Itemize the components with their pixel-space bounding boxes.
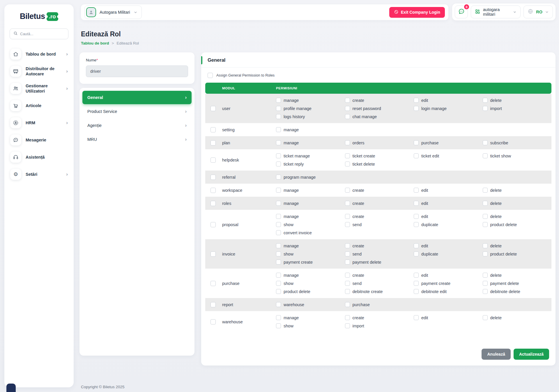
perm-proposal-convert-invoice-checkbox[interactable] <box>276 230 281 235</box>
perm-roles-manage-checkbox[interactable] <box>276 201 281 206</box>
perm-helpdesk-ticket-manage-checkbox[interactable] <box>276 153 281 158</box>
perm-helpdesk-ticket-edit-checkbox[interactable] <box>414 153 419 158</box>
perm-purchase-create-checkbox[interactable] <box>345 273 350 278</box>
perm-workspace-create-checkbox[interactable] <box>345 188 350 193</box>
perm-invoice-payment-delete-checkbox[interactable] <box>345 260 350 265</box>
perm-plan-purchase-checkbox[interactable] <box>414 140 419 145</box>
perm-invoice-manage-checkbox[interactable] <box>276 243 281 248</box>
sidebar-item-articole[interactable]: Articole <box>8 99 70 112</box>
sidebar-item-mesagerie[interactable]: Mesagerie <box>8 133 70 147</box>
perm-helpdesk-ticket-show-checkbox[interactable] <box>483 153 488 158</box>
workspace-selector[interactable]: autogara militari <box>471 6 521 18</box>
sidebar-item-distribuitor-de-autocare[interactable]: Distribuitor de Autocare› <box>8 65 70 78</box>
perm-plan-subscribe-checkbox[interactable] <box>483 140 488 145</box>
perm-proposal-edit-checkbox[interactable] <box>414 214 419 219</box>
perm-user-reset-password-checkbox[interactable] <box>345 106 350 111</box>
perm-purchase-show-checkbox[interactable] <box>276 281 281 286</box>
search-input[interactable] <box>20 32 61 36</box>
module-referral-checkbox[interactable] <box>210 175 216 180</box>
perm-invoice-edit-checkbox[interactable] <box>414 243 419 248</box>
perm-warehouse-create-checkbox[interactable] <box>345 315 350 320</box>
tab-general[interactable]: General› <box>82 91 192 104</box>
perm-workspace-edit-checkbox[interactable] <box>414 188 419 193</box>
perm-proposal-show-checkbox[interactable] <box>276 222 281 227</box>
perm-purchase-manage-checkbox[interactable] <box>276 273 281 278</box>
module-setting-checkbox[interactable] <box>210 127 216 132</box>
breadcrumb-dashboard-link[interactable]: Tablou de bord <box>81 41 109 45</box>
perm-roles-edit-checkbox[interactable] <box>414 201 419 206</box>
sidebar-search[interactable] <box>10 29 68 39</box>
module-warehouse-checkbox[interactable] <box>210 319 216 324</box>
perm-report-warehouse-checkbox[interactable] <box>276 302 281 307</box>
perm-purchase-debitnote-edit-checkbox[interactable] <box>414 289 419 294</box>
sidebar-item-asisten[interactable]: Asistență <box>8 150 70 164</box>
perm-user-chat-manage-checkbox[interactable] <box>345 114 350 119</box>
company-selector[interactable]: Autogara Militari <box>84 6 142 19</box>
perm-user-import-checkbox[interactable] <box>483 106 488 111</box>
tab-product-service[interactable]: Product Service› <box>82 105 192 118</box>
perm-purchase-send-checkbox[interactable] <box>345 281 350 286</box>
perm-roles-delete-checkbox[interactable] <box>483 201 488 206</box>
perm-warehouse-import-checkbox[interactable] <box>345 323 350 328</box>
perm-invoice-payment-create-checkbox[interactable] <box>276 260 281 265</box>
exit-company-login-button[interactable]: Exit Company Login <box>389 7 445 18</box>
perm-proposal-product-delete-checkbox[interactable] <box>483 222 488 227</box>
perm-workspace-delete-checkbox[interactable] <box>483 188 488 193</box>
perm-user-login-manage-checkbox[interactable] <box>414 106 419 111</box>
perm-invoice-product-delete-checkbox[interactable] <box>483 251 488 256</box>
perm-warehouse-delete-checkbox[interactable] <box>483 315 488 320</box>
perm-proposal-send-checkbox[interactable] <box>345 222 350 227</box>
module-invoice-checkbox[interactable] <box>210 251 216 257</box>
perm-user-delete-checkbox[interactable] <box>483 98 488 103</box>
module-proposal-checkbox[interactable] <box>210 222 216 227</box>
perm-user-edit-checkbox[interactable] <box>414 98 419 103</box>
perm-purchase-delete-checkbox[interactable] <box>483 273 488 278</box>
chat-button[interactable]: 0 <box>455 6 468 18</box>
perm-proposal-manage-checkbox[interactable] <box>276 214 281 219</box>
perm-plan-orders-checkbox[interactable] <box>345 140 350 145</box>
perm-user-create-checkbox[interactable] <box>345 98 350 103</box>
perm-helpdesk-ticket-delete-checkbox[interactable] <box>345 162 350 166</box>
perm-workspace-manage-checkbox[interactable] <box>276 188 281 193</box>
perm-purchase-payment-create-checkbox[interactable] <box>414 281 419 286</box>
role-name-input[interactable] <box>86 65 188 77</box>
perm-purchase-debitnote-delete-checkbox[interactable] <box>483 289 488 294</box>
perm-proposal-delete-checkbox[interactable] <box>483 214 488 219</box>
module-user-checkbox[interactable] <box>210 106 216 111</box>
perm-user-profile-manage-checkbox[interactable] <box>276 106 281 111</box>
perm-proposal-create-checkbox[interactable] <box>345 214 350 219</box>
tab-agen-ie[interactable]: Agenție› <box>82 119 192 132</box>
perm-invoice-duplicate-checkbox[interactable] <box>414 251 419 256</box>
cancel-button[interactable]: Anulează <box>482 349 510 360</box>
perm-purchase-edit-checkbox[interactable] <box>414 273 419 278</box>
module-workspace-checkbox[interactable] <box>210 188 216 193</box>
sidebar-item-tablou-de-bord[interactable]: Tablou de bord› <box>8 47 70 61</box>
update-button[interactable]: Actualizează <box>514 349 549 360</box>
perm-helpdesk-ticket-create-checkbox[interactable] <box>345 153 350 158</box>
module-purchase-checkbox[interactable] <box>210 281 216 286</box>
module-plan-checkbox[interactable] <box>210 140 216 146</box>
perm-roles-create-checkbox[interactable] <box>345 201 350 206</box>
perm-setting-manage-checkbox[interactable] <box>276 127 281 132</box>
perm-helpdesk-ticket-reply-checkbox[interactable] <box>276 162 281 166</box>
perm-purchase-debitnote-create-checkbox[interactable] <box>345 289 350 294</box>
module-roles-checkbox[interactable] <box>210 201 216 206</box>
perm-invoice-send-checkbox[interactable] <box>345 251 350 256</box>
perm-purchase-product-delete-checkbox[interactable] <box>276 289 281 294</box>
perm-user-logs-history-checkbox[interactable] <box>276 114 281 119</box>
perm-plan-manage-checkbox[interactable] <box>276 140 281 145</box>
perm-report-purchase-checkbox[interactable] <box>345 302 350 307</box>
perm-invoice-create-checkbox[interactable] <box>345 243 350 248</box>
perm-proposal-duplicate-checkbox[interactable] <box>414 222 419 227</box>
tab-mru[interactable]: MRU› <box>82 133 192 146</box>
module-report-checkbox[interactable] <box>210 302 216 307</box>
perm-warehouse-show-checkbox[interactable] <box>276 323 281 328</box>
perm-invoice-delete-checkbox[interactable] <box>483 243 488 248</box>
sidebar-item-gestionare-utilizatori[interactable]: Gestionare Utilizatori› <box>8 82 70 95</box>
language-selector[interactable]: RO <box>523 6 553 18</box>
assign-general-permission-checkbox[interactable] <box>208 73 213 78</box>
perm-warehouse-manage-checkbox[interactable] <box>276 315 281 320</box>
module-helpdesk-checkbox[interactable] <box>210 157 216 163</box>
perm-user-manage-checkbox[interactable] <box>276 98 281 103</box>
perm-invoice-show-checkbox[interactable] <box>276 251 281 256</box>
